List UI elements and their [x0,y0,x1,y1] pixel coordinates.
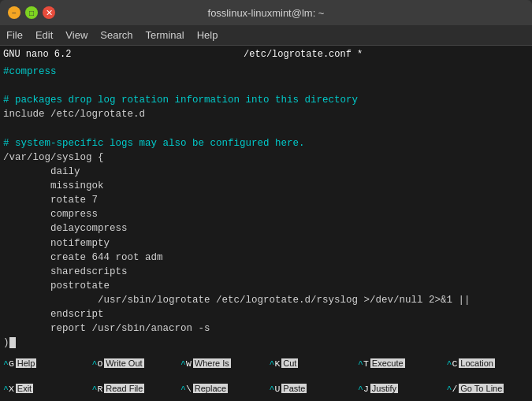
editor-line: endscript [3,307,529,321]
menu-search[interactable]: Search [100,29,132,41]
shortcut-key-paste: ^U [270,384,281,394]
shortcut-label-justify: Justify [370,384,398,393]
minimize-button[interactable]: − [8,6,20,19]
shortcut-label-write: Write Out [104,358,143,368]
shortcut-label-replace: Replace [193,384,228,393]
editor-line: # packages drop log rotation information… [3,93,529,107]
shortcut-label-paste: Paste [281,384,307,393]
editor-line [3,79,529,93]
shortcut-key-cut: ^K [270,358,281,369]
shortcut-paste[interactable]: ^U Paste [266,384,355,394]
editor-line: include /etc/logrotate.d [3,107,529,121]
shortcut-label-gotoline: Go To Line [459,384,504,393]
window-title: fosslinux-linuxmint@lm: ~ [55,7,477,19]
menu-edit[interactable]: Edit [35,29,53,41]
shortcut-where-is[interactable]: ^W Where Is [177,358,266,369]
shortcut-label-execute: Execute [370,358,405,368]
shortcut-read-file[interactable]: ^R Read File [89,384,178,394]
shortcut-key-execute: ^T [358,358,369,369]
editor-line: notifempty [3,236,529,251]
shortcut-key-exit: ^X [3,384,14,394]
nano-status-bar: GNU nano 6.2 /etc/logrotate.conf * [0,46,532,63]
shortcut-cut[interactable]: ^K Cut [266,358,355,369]
shortcut-help[interactable]: ^G Help [0,358,89,369]
text-cursor [9,337,16,348]
menu-file[interactable]: File [6,29,23,41]
shortcut-key-location: ^C [447,358,458,369]
shortcut-row-1: ^G Help ^O Write Out ^W Where Is ^K Cut … [0,351,532,376]
menu-help[interactable]: Help [197,29,218,41]
editor-line: compress [3,207,529,221]
shortcut-key-whereis: ^W [180,358,192,369]
menu-view[interactable]: View [65,29,87,41]
editor-cursor-line: ) [3,336,529,350]
shortcut-label-whereis: Where Is [193,358,231,368]
editor-line: rotate 7 [3,193,529,207]
shortcut-label-exit: Exit [16,384,33,393]
window-controls: − □ ✕ [8,6,55,19]
editor-line: sharedscripts [3,265,529,279]
shortcut-key-help: ^G [3,358,14,369]
editor-line: report /usr/sbin/anacron -s [3,321,529,336]
editor-line: delaycompress [3,221,529,236]
menu-bar: File Edit View Search Terminal Help [0,25,532,46]
shortcut-write-out[interactable]: ^O Write Out [89,358,178,369]
editor-line [3,122,529,136]
shortcut-execute[interactable]: ^T Execute [355,358,444,369]
editor-line: #compress [3,65,529,79]
editor-line: missingok [3,179,529,193]
shortcut-justify[interactable]: ^J Justify [355,384,444,394]
shortcut-key-write: ^O [92,358,103,369]
shortcut-key-justify: ^J [358,384,369,394]
shortcut-bars: ^G Help ^O Write Out ^W Where Is ^K Cut … [0,351,532,401]
editor-line: /var/log/syslog { [3,150,529,165]
title-bar: − □ ✕ fosslinux-linuxmint@lm: ~ [0,0,532,25]
shortcut-label-readfile: Read File [104,384,144,393]
maximize-button[interactable]: □ [25,6,38,19]
editor-area[interactable]: #compress # packages drop log rotation i… [0,63,532,351]
shortcut-key-gotoline: ^/ [447,384,458,394]
shortcut-key-replace: ^\ [180,384,192,394]
editor-line: postrotate [3,279,529,293]
shortcut-label-help: Help [16,358,37,368]
shortcut-label-cut: Cut [281,358,298,368]
shortcut-replace[interactable]: ^\ Replace [177,384,266,394]
nano-version: GNU nano 6.2 [3,49,77,60]
editor-line: /usr/sbin/logrotate /etc/logrotate.d/rsy… [3,293,529,307]
shortcut-location[interactable]: ^C Location [444,358,533,369]
editor-line: create 644 root adm [3,251,529,265]
shortcut-row-2: ^X Exit ^R Read File ^\ Replace ^U Paste… [0,376,532,401]
shortcut-key-readfile: ^R [92,384,103,394]
nano-filename: /etc/logrotate.conf * [77,49,529,60]
close-button[interactable]: ✕ [43,6,55,19]
menu-terminal[interactable]: Terminal [146,29,184,41]
editor-line: # system-specific logs may also be confi… [3,136,529,150]
shortcut-goto-line[interactable]: ^/ Go To Line [444,384,533,394]
shortcut-label-location: Location [459,358,495,368]
editor-line: daily [3,165,529,179]
shortcut-exit[interactable]: ^X Exit [0,384,89,394]
